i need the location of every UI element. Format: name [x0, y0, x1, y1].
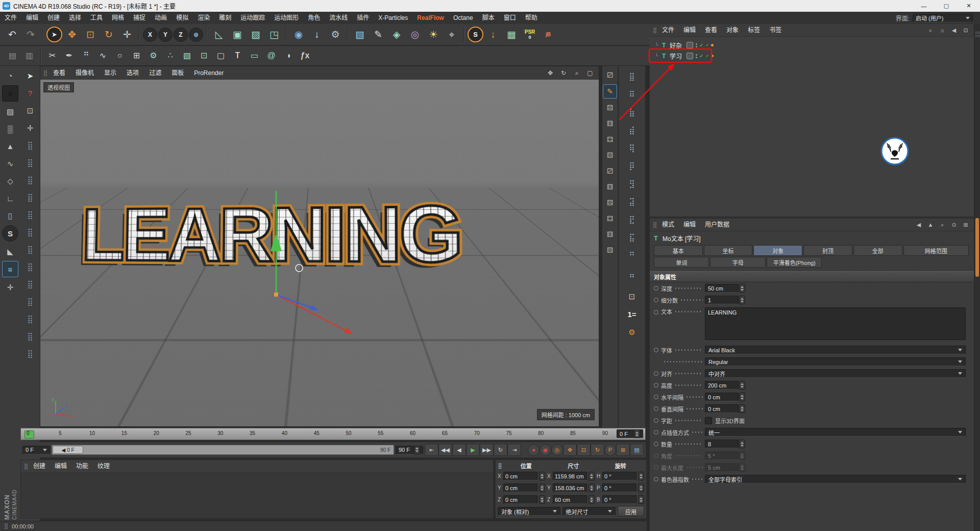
- spline-pen-icon[interactable]: ✎: [370, 26, 387, 43]
- scrollbar-thumb[interactable]: [975, 218, 979, 277]
- deformers-icon[interactable]: ◎: [406, 26, 424, 43]
- subtab-1[interactable]: 字母: [710, 257, 765, 268]
- display-tag-icon[interactable]: [687, 53, 693, 59]
- visibility-dots-icon[interactable]: [696, 43, 697, 47]
- coord-value-field[interactable]: 158.036 cm: [553, 484, 587, 492]
- interface-select[interactable]: 启动 (用户): [913, 14, 973, 22]
- workplane-icon[interactable]: ◳: [265, 26, 283, 43]
- timeline-slider[interactable]: ◀ 0 F 90 F: [52, 445, 394, 455]
- param-value-field[interactable]: 8: [705, 440, 739, 448]
- command-palette-icon[interactable]: ⚄: [603, 244, 617, 257]
- drag-handle-icon[interactable]: ⣿: [24, 463, 28, 470]
- main-menu-3[interactable]: 选择: [64, 12, 86, 24]
- keyframe-dot-icon[interactable]: [654, 442, 658, 446]
- command-palette-icon[interactable]: ⚃: [603, 212, 617, 225]
- snap-palette-icon[interactable]: ⚂: [603, 68, 617, 82]
- main-menu-20[interactable]: 窗口: [499, 12, 521, 24]
- viewport-menu-5[interactable]: 面板: [166, 66, 189, 80]
- checkbox[interactable]: [705, 417, 712, 424]
- main-menu-18[interactable]: Octane: [449, 12, 478, 24]
- particles-icon[interactable]: ∴: [162, 48, 178, 64]
- move-tool-icon[interactable]: ✥: [63, 26, 81, 43]
- texture-paint-icon[interactable]: ▨: [3, 104, 18, 119]
- render-check-icon[interactable]: ✓: [705, 54, 709, 58]
- viewport-menu-0[interactable]: 查看: [48, 66, 70, 80]
- palette-slot-icon[interactable]: ⣿: [22, 276, 38, 292]
- stepper-icon[interactable]: [539, 484, 545, 492]
- timeline-window-button[interactable]: ▤: [630, 444, 644, 456]
- record-parameter-toggle[interactable]: P: [604, 444, 616, 456]
- layer-dot-icon[interactable]: [711, 44, 714, 46]
- lock-icon[interactable]: ⊙: [949, 220, 959, 229]
- panel-menu-icon[interactable]: ⊞: [961, 220, 970, 229]
- array-palette-icon[interactable]: ⢿: [622, 140, 642, 155]
- palette-slot-icon[interactable]: ⣿: [22, 259, 38, 274]
- rotate-tool-icon[interactable]: ↻: [100, 26, 117, 43]
- render-view-icon[interactable]: ◉: [290, 26, 307, 43]
- palette-slot-icon[interactable]: ⣿: [22, 224, 38, 239]
- axis-mode-icon[interactable]: ✛: [3, 279, 18, 295]
- command-palette-icon[interactable]: ⚄: [603, 101, 617, 114]
- palette-slot-icon[interactable]: ⣿: [22, 294, 38, 309]
- cone-tool-icon[interactable]: ▲: [3, 138, 18, 154]
- view-label[interactable]: 透视视图: [43, 82, 74, 92]
- record-pla-toggle[interactable]: ⊞: [616, 444, 630, 456]
- live-selection-icon[interactable]: ➤: [46, 27, 62, 42]
- layer-mode-icon[interactable]: ≡: [2, 261, 18, 277]
- camera-icon[interactable]: ⌖: [443, 26, 460, 43]
- stepper-icon[interactable]: [638, 495, 644, 504]
- model-mode-icon[interactable]: ▣: [229, 26, 246, 43]
- spline-tool-icon[interactable]: ∿: [3, 156, 18, 171]
- maximize-button[interactable]: ▢: [935, 0, 958, 12]
- pen-icon[interactable]: ✒: [61, 48, 77, 64]
- main-menu-8[interactable]: 模拟: [172, 12, 193, 24]
- jb-plugin-icon[interactable]: jB: [540, 26, 557, 43]
- view-nav-icon[interactable]: ◔: [3, 68, 18, 83]
- keyframe-dot-icon[interactable]: [654, 383, 658, 388]
- keyframe-dot-icon[interactable]: [654, 395, 658, 399]
- redo-icon[interactable]: ↷: [22, 26, 39, 43]
- param-value-field[interactable]: 50 cm: [705, 284, 739, 293]
- param-value-field[interactable]: 5 °: [705, 451, 739, 460]
- mouse-mode-icon[interactable]: ▯: [3, 208, 18, 223]
- primitive-cube-icon[interactable]: ▧: [351, 26, 369, 43]
- search-icon[interactable]: ⌕: [938, 220, 947, 229]
- enabled-check-icon[interactable]: ✓: [699, 53, 703, 59]
- main-menu-12[interactable]: 运动图形: [270, 12, 303, 24]
- stepper-icon[interactable]: [739, 296, 745, 304]
- stepper-icon[interactable]: [539, 495, 545, 504]
- coord-value-field[interactable]: 0 cm: [503, 484, 537, 492]
- stepper-icon[interactable]: [414, 446, 420, 454]
- make-editable-icon[interactable]: ◺: [210, 26, 228, 43]
- workplane-snap-icon[interactable]: ▥: [21, 48, 37, 64]
- polygon-tool-icon[interactable]: ◇: [3, 173, 18, 188]
- palette-slot-icon[interactable]: ⣿: [22, 189, 38, 205]
- command-palette-icon[interactable]: ⚂: [603, 164, 617, 178]
- param-dropdown[interactable]: 中对齐: [705, 369, 966, 378]
- keyframe-dot-icon[interactable]: [654, 310, 658, 315]
- main-menu-0[interactable]: 文件: [0, 12, 21, 24]
- main-menu-4[interactable]: 工具: [86, 12, 107, 24]
- capsule-icon[interactable]: ▭: [247, 48, 262, 64]
- nav-back-icon[interactable]: ◀: [914, 220, 923, 229]
- workplane-lock-icon[interactable]: ▤: [5, 48, 20, 64]
- object-manager-menu-3[interactable]: 对象: [722, 24, 743, 36]
- command-palette-icon[interactable]: ⚄: [603, 149, 617, 162]
- stepper-icon[interactable]: [589, 472, 595, 480]
- main-menu-1[interactable]: 编辑: [21, 12, 43, 24]
- orbit-icon[interactable]: ↻: [558, 68, 569, 78]
- spiral-icon[interactable]: @: [263, 48, 279, 64]
- param-value-field[interactable]: 5 cm: [705, 463, 739, 472]
- x-axis-lock-icon[interactable]: X: [143, 28, 157, 42]
- tab-2[interactable]: 对象: [753, 245, 802, 256]
- command-palette-icon[interactable]: ⚅: [603, 117, 617, 130]
- material-manager-menu-1[interactable]: 编辑: [50, 460, 71, 472]
- viewport-menu-3[interactable]: 选项: [121, 66, 144, 80]
- display-tag-icon[interactable]: [687, 42, 693, 49]
- box-select-icon[interactable]: ⊡: [22, 103, 38, 118]
- main-menu-2[interactable]: 创建: [43, 12, 64, 24]
- keyframe-dot-icon[interactable]: [654, 453, 658, 458]
- keyframe-dot-icon[interactable]: [654, 418, 658, 423]
- array-palette-icon[interactable]: ⡿: [622, 158, 642, 173]
- keyframe-dot-icon[interactable]: [654, 406, 658, 411]
